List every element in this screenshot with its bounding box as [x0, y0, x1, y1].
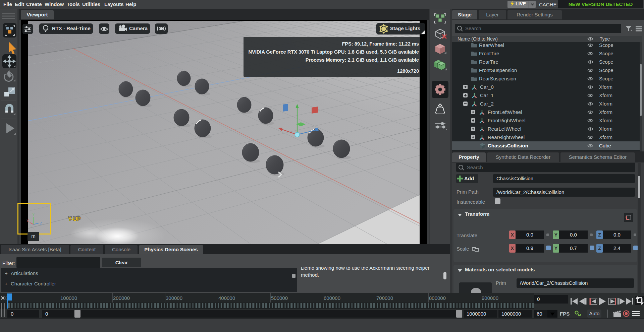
svg-text:X: X: [26, 219, 29, 223]
svg-text:Y: Y: [32, 212, 35, 216]
svg-text:Z: Z: [40, 221, 42, 225]
